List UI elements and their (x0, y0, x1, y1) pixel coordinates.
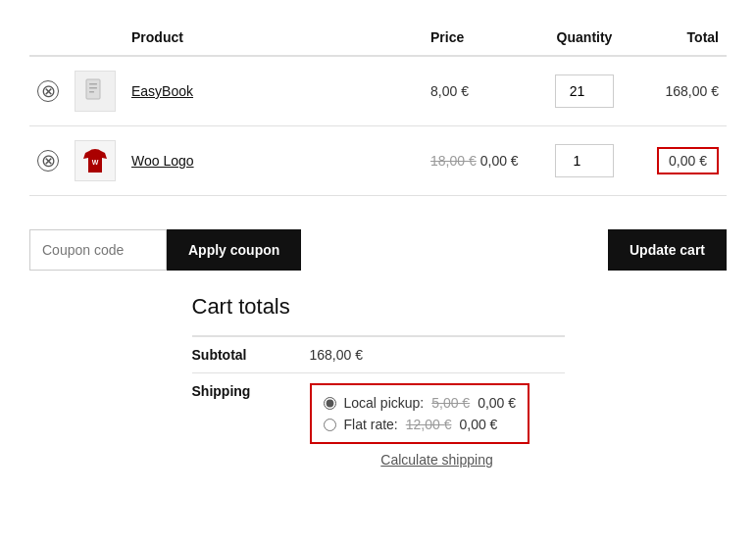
price-value: 8,00 € (430, 83, 469, 99)
quantity-input[interactable] (555, 144, 614, 177)
cart-table: Product Price Quantity Total ⊗ EasyBook8… (29, 20, 727, 196)
shipping-options-box: Local pickup: 5,00 € 0,00 €Flat rate: 12… (310, 383, 530, 444)
update-cart-button[interactable]: Update cart (608, 229, 727, 271)
shipping-price-original: 5,00 € (431, 395, 470, 411)
product-total-cell: 168,00 € (629, 56, 727, 126)
coupon-area: Apply coupon (29, 229, 301, 271)
price-sale: 0,00 € (480, 153, 519, 169)
product-thumbnail-placeholder (75, 71, 116, 112)
remove-cell: ⊗ (29, 56, 67, 126)
remove-button[interactable]: ⊗ (37, 150, 59, 172)
product-link[interactable]: Woo Logo (131, 153, 194, 169)
col-header-price: Price (423, 20, 540, 56)
product-name-cell: EasyBook (124, 56, 423, 126)
col-header-total: Total (629, 20, 727, 56)
shipping-price-new: 0,00 € (459, 417, 497, 432)
col-header-thumb (67, 20, 124, 56)
svg-rect-0 (86, 79, 100, 99)
product-thumb-cell: W (67, 126, 124, 196)
shipping-option-radio[interactable] (324, 419, 336, 431)
product-price-cell: 18,00 €0,00 € (423, 126, 540, 196)
shipping-price-original: 12,00 € (406, 417, 452, 432)
col-header-remove (29, 20, 67, 56)
shipping-option: Flat rate: 12,00 € 0,00 € (324, 417, 517, 432)
col-header-quantity: Quantity (540, 20, 629, 56)
product-price-cell: 8,00 € (423, 56, 540, 126)
shipping-row: Shipping Local pickup: 5,00 € 0,00 €Flat… (192, 373, 565, 478)
shipping-option-label: Flat rate: (344, 417, 398, 432)
product-quantity-cell (540, 126, 629, 196)
shipping-option: Local pickup: 5,00 € 0,00 € (324, 395, 517, 411)
total-value: 168,00 € (666, 83, 720, 99)
cart-totals-section: Cart totals Subtotal 168,00 € Shipping L… (29, 294, 727, 477)
coupon-update-row: Apply coupon Update cart (29, 216, 727, 284)
shipping-options-cell: Local pickup: 5,00 € 0,00 €Flat rate: 12… (310, 373, 565, 478)
totals-table: Subtotal 168,00 € Shipping Local pickup:… (192, 335, 565, 477)
shipping-label: Shipping (192, 373, 310, 478)
remove-button[interactable]: ⊗ (37, 80, 59, 102)
table-row: ⊗ W Woo Logo18,00 €0,00 €0,00 € (29, 126, 727, 196)
price-original: 18,00 € (430, 153, 477, 169)
col-header-product: Product (124, 20, 423, 56)
shipping-option-radio[interactable] (324, 397, 336, 410)
product-total-cell: 0,00 € (629, 126, 727, 196)
cart-totals-inner: Cart totals Subtotal 168,00 € Shipping L… (192, 294, 565, 477)
total-value-highlighted: 0,00 € (657, 147, 719, 174)
cart-totals-title: Cart totals (192, 294, 565, 320)
quantity-input[interactable] (555, 74, 614, 108)
subtotal-label: Subtotal (192, 336, 310, 373)
shipping-price-new: 0,00 € (478, 395, 516, 411)
product-name-cell: Woo Logo (124, 126, 423, 196)
remove-cell: ⊗ (29, 126, 67, 196)
product-link[interactable]: EasyBook (131, 83, 193, 99)
shipping-option-label: Local pickup: (344, 395, 425, 411)
table-row: ⊗ EasyBook8,00 €168,00 € (29, 56, 727, 126)
product-thumbnail: W (75, 140, 116, 181)
product-thumb-cell (67, 56, 124, 126)
calculate-shipping-link[interactable]: Calculate shipping (310, 452, 565, 468)
svg-rect-1 (89, 83, 97, 85)
subtotal-row: Subtotal 168,00 € (192, 336, 565, 373)
subtotal-value: 168,00 € (310, 336, 565, 373)
svg-rect-2 (89, 87, 97, 89)
svg-rect-3 (89, 91, 94, 93)
apply-coupon-button[interactable]: Apply coupon (167, 229, 301, 271)
coupon-input[interactable] (29, 229, 167, 271)
svg-text:W: W (92, 159, 99, 166)
product-quantity-cell (540, 56, 629, 126)
